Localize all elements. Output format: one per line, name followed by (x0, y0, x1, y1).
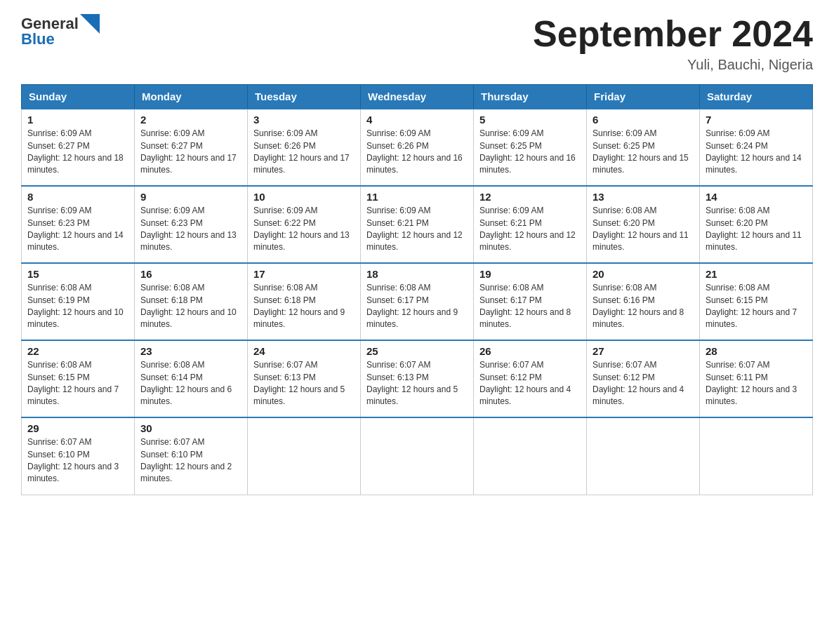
calendar-week-row: 15 Sunrise: 6:08 AM Sunset: 6:19 PM Dayl… (22, 263, 813, 340)
header-sunday: Sunday (22, 85, 135, 109)
table-row (587, 417, 700, 495)
table-row (361, 417, 474, 495)
table-row (700, 417, 813, 495)
calendar-title: September 2024 (533, 14, 813, 54)
day-info: Sunrise: 6:08 AM Sunset: 6:15 PM Dayligh… (706, 282, 807, 331)
calendar-week-row: 29 Sunrise: 6:07 AM Sunset: 6:10 PM Dayl… (22, 417, 813, 495)
header-thursday: Thursday (474, 85, 587, 109)
day-info: Sunrise: 6:09 AM Sunset: 6:26 PM Dayligh… (253, 128, 355, 177)
table-row: 25 Sunrise: 6:07 AM Sunset: 6:13 PM Dayl… (361, 340, 474, 417)
day-info: Sunrise: 6:08 AM Sunset: 6:15 PM Dayligh… (27, 359, 128, 408)
table-row: 17 Sunrise: 6:08 AM Sunset: 6:18 PM Dayl… (248, 263, 361, 340)
table-row: 29 Sunrise: 6:07 AM Sunset: 6:10 PM Dayl… (22, 417, 135, 495)
header-monday: Monday (135, 85, 248, 109)
table-row: 23 Sunrise: 6:08 AM Sunset: 6:14 PM Dayl… (135, 340, 248, 417)
day-number: 20 (593, 268, 694, 280)
table-row (474, 417, 587, 495)
day-info: Sunrise: 6:08 AM Sunset: 6:18 PM Dayligh… (140, 282, 241, 331)
day-info: Sunrise: 6:08 AM Sunset: 6:18 PM Dayligh… (253, 282, 355, 331)
header-friday: Friday (587, 85, 700, 109)
table-row: 12 Sunrise: 6:09 AM Sunset: 6:21 PM Dayl… (474, 186, 587, 263)
day-number: 7 (706, 114, 807, 126)
day-number: 29 (27, 422, 128, 434)
day-info: Sunrise: 6:07 AM Sunset: 6:13 PM Dayligh… (253, 359, 355, 408)
logo: General Blue (21, 14, 100, 48)
calendar-week-row: 8 Sunrise: 6:09 AM Sunset: 6:23 PM Dayli… (22, 186, 813, 263)
table-row: 4 Sunrise: 6:09 AM Sunset: 6:26 PM Dayli… (361, 109, 474, 186)
header-wednesday: Wednesday (361, 85, 474, 109)
calendar-week-row: 22 Sunrise: 6:08 AM Sunset: 6:15 PM Dayl… (22, 340, 813, 417)
day-number: 3 (253, 114, 355, 126)
day-number: 18 (366, 268, 468, 280)
calendar-week-row: 1 Sunrise: 6:09 AM Sunset: 6:27 PM Dayli… (22, 109, 813, 186)
table-row: 11 Sunrise: 6:09 AM Sunset: 6:21 PM Dayl… (361, 186, 474, 263)
svg-marker-0 (80, 14, 100, 34)
table-row: 7 Sunrise: 6:09 AM Sunset: 6:24 PM Dayli… (700, 109, 813, 186)
table-row: 18 Sunrise: 6:08 AM Sunset: 6:17 PM Dayl… (361, 263, 474, 340)
weekday-header-row: Sunday Monday Tuesday Wednesday Thursday… (22, 85, 813, 109)
table-row: 8 Sunrise: 6:09 AM Sunset: 6:23 PM Dayli… (22, 186, 135, 263)
table-row: 6 Sunrise: 6:09 AM Sunset: 6:25 PM Dayli… (587, 109, 700, 186)
header-saturday: Saturday (700, 85, 813, 109)
day-number: 17 (253, 268, 355, 280)
day-number: 4 (366, 114, 468, 126)
day-number: 15 (27, 268, 128, 280)
day-number: 26 (479, 345, 581, 357)
calendar-subtitle: Yuli, Bauchi, Nigeria (533, 57, 813, 73)
table-row: 5 Sunrise: 6:09 AM Sunset: 6:25 PM Dayli… (474, 109, 587, 186)
table-row: 1 Sunrise: 6:09 AM Sunset: 6:27 PM Dayli… (22, 109, 135, 186)
day-number: 2 (140, 114, 241, 126)
day-number: 28 (706, 345, 807, 357)
day-info: Sunrise: 6:07 AM Sunset: 6:13 PM Dayligh… (366, 359, 468, 408)
calendar-table: Sunday Monday Tuesday Wednesday Thursday… (21, 84, 813, 495)
day-info: Sunrise: 6:07 AM Sunset: 6:10 PM Dayligh… (140, 436, 241, 485)
day-number: 10 (253, 191, 355, 203)
day-number: 5 (479, 114, 581, 126)
day-number: 13 (593, 191, 694, 203)
calendar-title-area: September 2024 Yuli, Bauchi, Nigeria (533, 14, 813, 73)
day-info: Sunrise: 6:09 AM Sunset: 6:21 PM Dayligh… (366, 205, 468, 254)
day-info: Sunrise: 6:08 AM Sunset: 6:20 PM Dayligh… (593, 205, 694, 254)
day-info: Sunrise: 6:09 AM Sunset: 6:27 PM Dayligh… (140, 128, 241, 177)
page-header: General Blue September 2024 Yuli, Bauchi… (21, 14, 813, 73)
table-row: 28 Sunrise: 6:07 AM Sunset: 6:11 PM Dayl… (700, 340, 813, 417)
table-row: 27 Sunrise: 6:07 AM Sunset: 6:12 PM Dayl… (587, 340, 700, 417)
day-number: 23 (140, 345, 241, 357)
day-info: Sunrise: 6:07 AM Sunset: 6:11 PM Dayligh… (706, 359, 807, 408)
table-row: 3 Sunrise: 6:09 AM Sunset: 6:26 PM Dayli… (248, 109, 361, 186)
table-row: 10 Sunrise: 6:09 AM Sunset: 6:22 PM Dayl… (248, 186, 361, 263)
day-number: 1 (27, 114, 128, 126)
day-info: Sunrise: 6:08 AM Sunset: 6:17 PM Dayligh… (479, 282, 581, 331)
day-info: Sunrise: 6:08 AM Sunset: 6:17 PM Dayligh… (366, 282, 468, 331)
day-info: Sunrise: 6:08 AM Sunset: 6:16 PM Dayligh… (593, 282, 694, 331)
table-row: 26 Sunrise: 6:07 AM Sunset: 6:12 PM Dayl… (474, 340, 587, 417)
day-number: 24 (253, 345, 355, 357)
day-number: 16 (140, 268, 241, 280)
day-info: Sunrise: 6:09 AM Sunset: 6:22 PM Dayligh… (253, 205, 355, 254)
day-info: Sunrise: 6:09 AM Sunset: 6:21 PM Dayligh… (479, 205, 581, 254)
table-row: 24 Sunrise: 6:07 AM Sunset: 6:13 PM Dayl… (248, 340, 361, 417)
day-number: 25 (366, 345, 468, 357)
day-number: 19 (479, 268, 581, 280)
day-number: 12 (479, 191, 581, 203)
day-number: 27 (593, 345, 694, 357)
day-info: Sunrise: 6:09 AM Sunset: 6:25 PM Dayligh… (479, 128, 581, 177)
table-row: 13 Sunrise: 6:08 AM Sunset: 6:20 PM Dayl… (587, 186, 700, 263)
table-row: 20 Sunrise: 6:08 AM Sunset: 6:16 PM Dayl… (587, 263, 700, 340)
day-number: 21 (706, 268, 807, 280)
table-row: 22 Sunrise: 6:08 AM Sunset: 6:15 PM Dayl… (22, 340, 135, 417)
table-row: 2 Sunrise: 6:09 AM Sunset: 6:27 PM Dayli… (135, 109, 248, 186)
day-info: Sunrise: 6:07 AM Sunset: 6:12 PM Dayligh… (593, 359, 694, 408)
day-info: Sunrise: 6:09 AM Sunset: 6:23 PM Dayligh… (27, 205, 128, 254)
table-row: 30 Sunrise: 6:07 AM Sunset: 6:10 PM Dayl… (135, 417, 248, 495)
table-row: 21 Sunrise: 6:08 AM Sunset: 6:15 PM Dayl… (700, 263, 813, 340)
day-number: 22 (27, 345, 128, 357)
day-info: Sunrise: 6:08 AM Sunset: 6:14 PM Dayligh… (140, 359, 241, 408)
day-info: Sunrise: 6:07 AM Sunset: 6:10 PM Dayligh… (27, 436, 128, 485)
table-row (248, 417, 361, 495)
day-number: 6 (593, 114, 694, 126)
table-row: 19 Sunrise: 6:08 AM Sunset: 6:17 PM Dayl… (474, 263, 587, 340)
day-info: Sunrise: 6:09 AM Sunset: 6:25 PM Dayligh… (593, 128, 694, 177)
table-row: 14 Sunrise: 6:08 AM Sunset: 6:20 PM Dayl… (700, 186, 813, 263)
day-info: Sunrise: 6:09 AM Sunset: 6:24 PM Dayligh… (706, 128, 807, 177)
